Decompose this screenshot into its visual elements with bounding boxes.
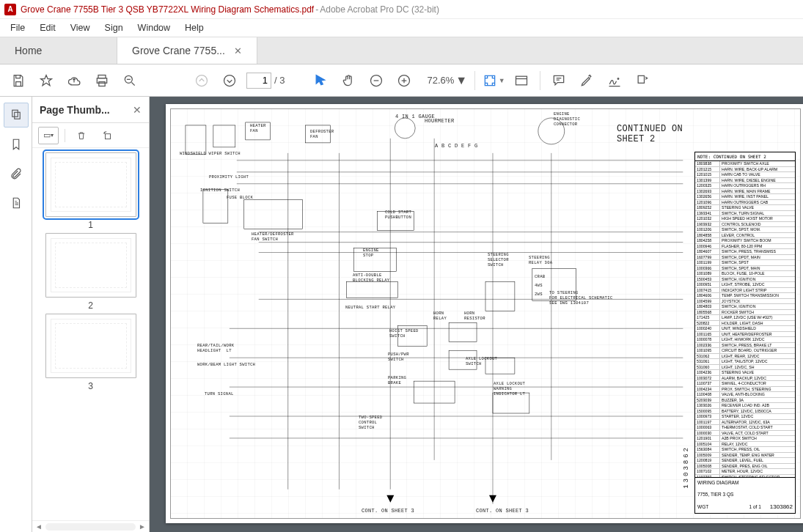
- parts-row: 1004234PROX. SWITCH, STEERING: [695, 387, 795, 393]
- rail-bookmark-icon[interactable]: [4, 132, 29, 157]
- parts-row: 1201015HARN CAB TO VALVE: [695, 172, 795, 178]
- parts-row: 1302656HARN. WIRE, INST PANEL: [695, 194, 795, 200]
- tab-home[interactable]: Home: [0, 37, 117, 64]
- acrobat-app-icon: A: [4, 4, 16, 15]
- svg-rect-13: [14, 112, 20, 119]
- thumb-delete-icon[interactable]: [71, 127, 92, 144]
- parts-row: 1500453SWITCH, IGNITION: [695, 277, 795, 283]
- parts-row: 1803838PROXIMITY SWITCH AXLE: [695, 161, 795, 167]
- thumbnail-toolbar: ▭▾: [32, 123, 149, 148]
- parts-row: 1001089BLOCK, FUSE, 10-POLE: [695, 271, 795, 277]
- document-view[interactable]: CONTINUED ON SHEET 2 4 IN 1 GAUGE HOURME…: [150, 97, 803, 532]
- svg-rect-25: [346, 281, 397, 298]
- schematic-drawing: CONTINUED ON SHEET 2 4 IN 1 GAUGE HOURME…: [170, 108, 801, 519]
- menu-edit[interactable]: Edit: [32, 21, 63, 35]
- titlebar: A Grove Crane 7755B Tier 3 QSB YB7722XL …: [0, 0, 803, 19]
- parts-row: 1100408VALVE, ANTI-BLOCKING: [695, 392, 795, 398]
- thumbnail-page-2[interactable]: 2: [43, 233, 139, 311]
- svg-point-19: [395, 118, 415, 138]
- parts-row: 531062LIGHT, REAR, 12VDC: [695, 354, 795, 360]
- zoom-out-icon[interactable]: [362, 67, 390, 95]
- stamp-icon[interactable]: [628, 67, 656, 95]
- zoom-level-dropdown[interactable]: 72.6%▼: [418, 74, 470, 87]
- hand-tool-icon[interactable]: [334, 67, 362, 95]
- star-icon[interactable]: [32, 67, 60, 95]
- svg-rect-16: [213, 125, 235, 147]
- menu-file[interactable]: File: [3, 21, 32, 35]
- parts-row: 1000366SWITCH, SPDT, MAIN: [695, 266, 795, 272]
- highlight-icon[interactable]: [573, 67, 601, 95]
- parts-row: 1000078LIGHT, HI/WORK 12VDC: [695, 337, 795, 343]
- thumb-rotate-icon[interactable]: [98, 127, 118, 144]
- thumbnail-page-1[interactable]: 1: [43, 152, 139, 230]
- tab-document-label: Grove Crane 7755...: [132, 45, 225, 56]
- thumbnail-hscroll[interactable]: ◄►: [32, 520, 149, 532]
- parts-row: 1007102METER, HOUR, 12VDC: [695, 469, 795, 475]
- menu-window[interactable]: Window: [131, 21, 177, 35]
- parts-row: 1809252STEERING VALVE: [695, 205, 795, 211]
- parts-row: 1001206SWITCH, SPST, MOM.: [695, 227, 795, 233]
- parts-row: 1804607SWITCH, PRESS, TRANSMISS: [695, 249, 795, 255]
- rail-document-icon[interactable]: [4, 191, 29, 215]
- parts-row: 1201215HARN. WIRE, BACK-UP ALARM: [695, 167, 795, 173]
- chevron-down-icon: ▼: [455, 74, 467, 87]
- parts-row: 1500095BATTERY, 12VDC, 1050CCA: [695, 409, 795, 415]
- read-mode-icon[interactable]: [507, 67, 535, 95]
- body: Page Thumb... ✕ ▭▾ 1 2 3 ◄►: [0, 97, 803, 532]
- svg-rect-15: [186, 125, 206, 155]
- parts-row: 1001199SWITCH, SPST: [695, 260, 795, 266]
- parts-row: 1302693HARN. WIRE, MAIN FRAME: [695, 189, 795, 195]
- parts-row: 1201901A2B PROX SWITCH: [695, 436, 795, 442]
- tab-document[interactable]: Grove Crane 7755... ✕: [117, 37, 257, 64]
- svg-point-4: [197, 75, 208, 86]
- find-icon[interactable]: [116, 67, 144, 95]
- svg-rect-8: [485, 75, 494, 85]
- thumbnail-page-3[interactable]: 3: [43, 314, 139, 391]
- svg-rect-12: [12, 110, 18, 117]
- thumb-options-icon[interactable]: ▭▾: [38, 127, 59, 144]
- parts-row: 1005008SENDER, PRES, ENG OIL: [695, 464, 795, 470]
- parts-row: 520822HOLDER, LIGHT, DASH: [695, 321, 795, 327]
- nav-rail: [0, 97, 32, 532]
- parts-row: 1804258PROXIMITY SWITCH BOOM: [695, 238, 795, 244]
- thumbnail-close-icon[interactable]: ✕: [133, 104, 142, 116]
- save-icon[interactable]: [4, 67, 32, 95]
- comment-icon[interactable]: [545, 67, 573, 95]
- page-up-icon[interactable]: [188, 67, 216, 95]
- parts-row: 1005104RELAY, 12VDC: [695, 442, 795, 448]
- menu-help[interactable]: Help: [177, 21, 211, 35]
- pointer-tool-icon[interactable]: [307, 67, 334, 95]
- svg-rect-31: [485, 281, 515, 311]
- parts-row: 1000240UNIT, WINDSHIELD: [695, 326, 795, 332]
- parts-row: 1804606TEMP. SWITCH TRANSMISSION: [695, 293, 795, 299]
- parts-row: 1805568ROCKER SWITCH: [695, 310, 795, 316]
- thumbnail-list: 1 2 3: [32, 148, 149, 520]
- tab-close-icon[interactable]: ✕: [234, 45, 242, 56]
- fit-page-icon[interactable]: ▼: [480, 67, 507, 95]
- print-icon[interactable]: [88, 67, 116, 95]
- svg-rect-27: [449, 322, 477, 341]
- label-cont-sheet3-b: CONT. ON SHEET 3: [476, 508, 529, 514]
- zoom-in-icon[interactable]: [390, 67, 418, 95]
- parts-list: NOTE: CONTINUED ON SHEET 2 1803838PROXIM…: [694, 152, 796, 509]
- label-cont-sheet3-a: CONT. ON SHEET 3: [362, 508, 414, 514]
- menu-sign[interactable]: Sign: [98, 21, 131, 35]
- parts-row: 1201032HIGH SPEED HOIST MOTOR: [695, 216, 795, 222]
- window-app-name: Adobe Acrobat Pro DC (32-bit): [320, 4, 439, 15]
- svg-rect-14: [106, 133, 111, 138]
- cloud-upload-icon[interactable]: [60, 67, 88, 95]
- svg-rect-21: [203, 190, 228, 223]
- svg-rect-9: [516, 76, 527, 85]
- sign-icon[interactable]: [601, 67, 628, 95]
- page-number-input[interactable]: [246, 73, 271, 89]
- rail-thumbnails-icon[interactable]: [4, 103, 29, 128]
- parts-row: 1301399HARN. WIRE, DIESEL ENGINE: [695, 178, 795, 184]
- window-title: Grove Crane 7755B Tier 3 QSB YB7722XL Wi…: [21, 4, 314, 15]
- parts-row: 1903932CONTROL SOLENOID: [695, 222, 795, 228]
- thumbnail-panel: Page Thumb... ✕ ▭▾ 1 2 3 ◄►: [32, 97, 150, 532]
- rail-attachment-icon[interactable]: [4, 161, 29, 186]
- page-down-icon[interactable]: [216, 67, 243, 95]
- parts-row: 1000030VALVE, ACT, COLD START: [695, 431, 795, 437]
- menu-view[interactable]: View: [63, 21, 98, 35]
- label-continued-sheet2: CONTINUED ON SHEET 2: [617, 124, 683, 144]
